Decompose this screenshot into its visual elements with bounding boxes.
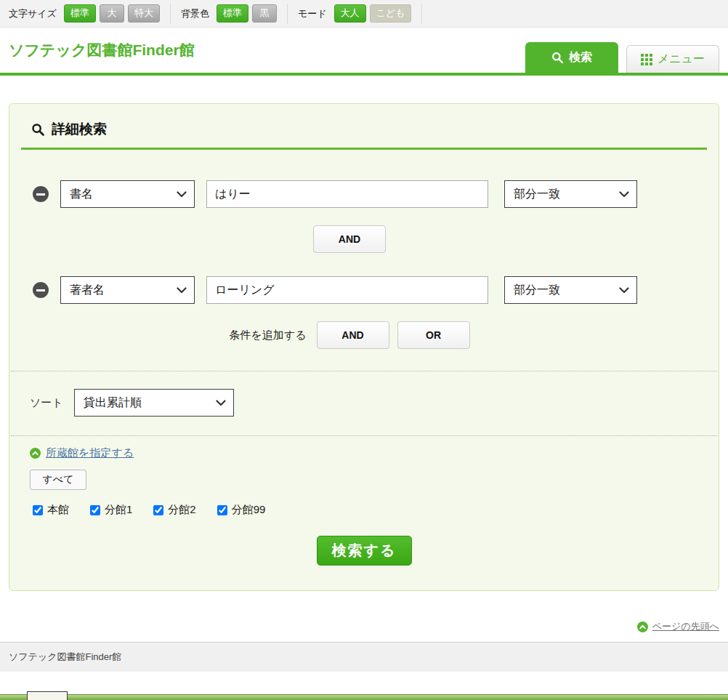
library-checkbox-bunkan2[interactable]: 分館2 xyxy=(153,503,195,517)
bottom-edge-strip xyxy=(0,694,728,700)
font-size-large-button[interactable]: 大 xyxy=(100,4,124,22)
mode-adult-button[interactable]: 大人 xyxy=(334,4,366,22)
toolbar-divider xyxy=(170,4,171,24)
chevron-down-icon xyxy=(177,191,187,198)
minus-icon xyxy=(36,193,45,196)
circle-up-icon xyxy=(637,621,648,632)
match-type-value: 部分一致 xyxy=(514,187,560,202)
site-header: ソフテック図書館Finder館 検索 メニュー xyxy=(0,28,728,73)
library-label: 分館2 xyxy=(168,503,195,517)
background-color-label: 背景色 xyxy=(181,7,209,20)
search-submit-button[interactable]: 検索する xyxy=(317,536,412,566)
font-size-xlarge-button[interactable]: 特大 xyxy=(128,4,160,22)
field-select-value: 書名 xyxy=(70,187,93,202)
chevron-down-icon xyxy=(177,287,187,294)
checkbox[interactable] xyxy=(153,505,163,515)
field-select-value: 著者名 xyxy=(70,283,105,298)
background-black-button[interactable]: 黒 xyxy=(252,4,277,22)
field-select[interactable]: 著者名 xyxy=(60,276,195,304)
mode-label: モード xyxy=(298,7,327,20)
background-color-group: 背景色 標準 黒 xyxy=(181,4,277,22)
font-size-label: 文字サイズ xyxy=(9,7,57,20)
sort-select-value: 貸出累計順 xyxy=(84,395,142,411)
search-icon xyxy=(31,123,45,137)
section-divider xyxy=(11,435,717,436)
search-icon xyxy=(551,52,564,64)
header-tabs: 検索 メニュー xyxy=(525,42,719,73)
accessibility-toolbar: 文字サイズ 標準 大 特大 背景色 標準 黒 モード 大人 こども xyxy=(0,0,728,28)
panel-title-row: 詳細検索 xyxy=(21,116,707,139)
tab-menu-label: メニュー xyxy=(658,52,705,67)
site-title: ソフテック図書館Finder館 xyxy=(9,40,195,60)
checkbox[interactable] xyxy=(90,505,100,515)
operator-row: AND xyxy=(21,225,707,253)
add-condition-row: 条件を追加する AND OR xyxy=(21,321,707,349)
checkbox[interactable] xyxy=(217,505,227,515)
page-top-row: ページの先頭へ xyxy=(9,620,719,633)
keyword-input[interactable] xyxy=(206,180,488,208)
circle-up-icon xyxy=(30,448,41,459)
library-checkbox-honkan[interactable]: 本館 xyxy=(33,503,69,517)
sort-select[interactable]: 貸出累計順 xyxy=(74,389,234,417)
add-condition-label: 条件を追加する xyxy=(229,329,306,342)
condition-row: 書名 部分一致 xyxy=(33,180,707,208)
tab-search-label: 検索 xyxy=(569,50,592,65)
mode-group: モード 大人 こども xyxy=(298,4,412,22)
toolbar-divider xyxy=(287,4,288,24)
advanced-search-panel: 詳細検索 書名 部分一致 AND 著者名 xyxy=(9,103,719,591)
holdings-toggle-row: 所蔵館を指定する xyxy=(30,446,707,460)
add-and-button[interactable]: AND xyxy=(317,321,389,349)
tab-search[interactable]: 検索 xyxy=(525,42,618,73)
checkbox[interactable] xyxy=(33,505,43,515)
remove-condition-button[interactable] xyxy=(33,282,49,298)
remove-condition-button[interactable] xyxy=(33,186,49,202)
field-select[interactable]: 書名 xyxy=(60,180,195,208)
library-label: 分館99 xyxy=(232,503,266,517)
mode-kids-button[interactable]: こども xyxy=(370,4,412,22)
font-size-standard-button[interactable]: 標準 xyxy=(64,4,96,22)
chevron-down-icon xyxy=(619,287,629,294)
minus-icon xyxy=(36,289,45,291)
match-type-value: 部分一致 xyxy=(514,283,560,298)
match-type-select[interactable]: 部分一致 xyxy=(504,180,637,208)
chevron-down-icon xyxy=(216,400,226,406)
menu-grid-icon xyxy=(641,54,652,65)
header-accent-line xyxy=(0,73,728,76)
section-divider xyxy=(11,371,717,371)
tab-menu[interactable]: メニュー xyxy=(626,45,719,73)
library-checkbox-bunkan99[interactable]: 分館99 xyxy=(217,503,266,517)
page-top-link[interactable]: ページの先頭へ xyxy=(652,620,719,633)
background-standard-button[interactable]: 標準 xyxy=(217,4,248,22)
match-type-select[interactable]: 部分一致 xyxy=(504,276,637,304)
font-size-group: 文字サイズ 標準 大 特大 xyxy=(9,4,160,22)
panel-title-underline xyxy=(21,148,707,150)
library-checkbox-row: 本館 分館1 分館2 分館99 xyxy=(33,503,707,517)
chevron-down-icon xyxy=(619,191,629,198)
add-or-button[interactable]: OR xyxy=(397,321,470,349)
library-label: 分館1 xyxy=(105,503,132,517)
select-all-libraries-button[interactable]: すべて xyxy=(30,470,86,490)
keyword-input[interactable] xyxy=(206,276,488,304)
operator-and-button[interactable]: AND xyxy=(313,225,386,253)
toolbar-divider xyxy=(421,4,422,24)
holdings-toggle-link[interactable]: 所蔵館を指定する xyxy=(46,446,134,460)
library-checkbox-bunkan1[interactable]: 分館1 xyxy=(90,503,132,517)
condition-row: 著者名 部分一致 xyxy=(33,276,707,304)
footer: ソフテック図書館Finder館 xyxy=(0,642,728,672)
sort-label: ソート xyxy=(30,396,63,410)
footer-site-name: ソフテック図書館Finder館 xyxy=(9,651,121,664)
bottom-edge-box xyxy=(27,691,68,700)
panel-title: 詳細検索 xyxy=(52,120,107,139)
sort-row: ソート 貸出累計順 xyxy=(30,389,707,417)
library-label: 本館 xyxy=(47,503,69,517)
